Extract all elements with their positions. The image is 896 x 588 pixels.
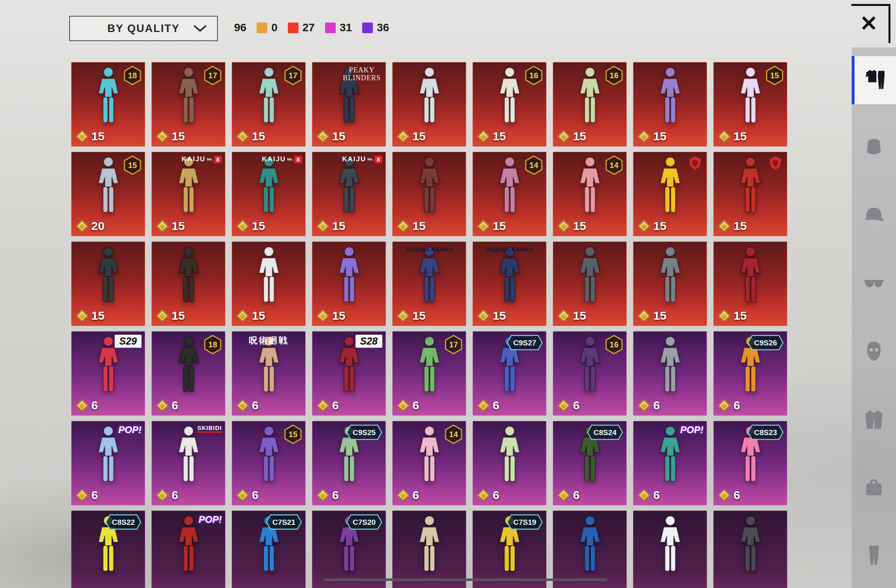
sidebar-tab-jacket[interactable] <box>852 396 896 444</box>
item-price: 15 <box>76 130 104 143</box>
item-character <box>573 66 607 138</box>
item-card[interactable]: C7S19 <box>473 511 546 588</box>
item-card[interactable]: Jujutsu Kaisen15 <box>392 241 466 326</box>
item-card[interactable]: 15 <box>633 241 707 326</box>
item-card[interactable]: Jujutsu Kaisen15 <box>473 241 546 326</box>
item-card[interactable]: SKIBIDI6 <box>151 421 225 505</box>
item-card[interactable]: 6 <box>633 331 707 416</box>
item-card[interactable]: S286 <box>312 331 386 416</box>
item-card[interactable]: 1715 <box>232 62 306 147</box>
item-card[interactable]: 176 <box>392 331 466 416</box>
item-character <box>171 66 206 138</box>
coin-icon <box>557 309 570 322</box>
rarity-count: 31 <box>340 21 352 34</box>
item-card[interactable]: 15 <box>392 152 466 236</box>
sidebar-tab-cap[interactable] <box>852 192 896 240</box>
coin-icon <box>477 220 490 233</box>
item-card[interactable]: 186 <box>151 331 225 416</box>
coin-icon <box>316 220 329 233</box>
item-card[interactable] <box>553 511 627 588</box>
coin-icon <box>397 489 410 502</box>
item-card[interactable]: 15 <box>633 152 707 236</box>
item-character <box>653 425 688 496</box>
sidebar-tab-pants[interactable] <box>852 532 896 580</box>
item-card[interactable]: C8S246 <box>553 421 627 505</box>
item-card[interactable]: 156 <box>232 421 306 505</box>
item-card[interactable]: 6 <box>473 421 546 505</box>
jujutsu-kaisen-logo: Jujutsu Kaisen <box>486 246 533 253</box>
item-card[interactable]: 呪術廻戦6 <box>232 331 306 416</box>
coin-icon <box>477 489 490 502</box>
item-card[interactable]: 1515 <box>713 62 787 147</box>
coin-icon <box>557 220 570 233</box>
item-character <box>91 246 126 317</box>
item-card[interactable]: C7S21 <box>232 511 306 588</box>
item-character <box>412 246 447 317</box>
item-card[interactable]: 1615 <box>553 62 627 147</box>
item-card[interactable]: C8S236 <box>713 421 787 505</box>
item-card[interactable]: C9S266 <box>713 331 787 416</box>
sidebar-tab-bag[interactable] <box>852 464 896 512</box>
item-card[interactable]: 1415 <box>553 152 627 236</box>
season-badge: S28 <box>355 335 382 348</box>
item-card[interactable]: 1520 <box>71 152 145 236</box>
svg-text:14: 14 <box>449 430 458 439</box>
quality-filter-dropdown[interactable]: BY QUALITY <box>69 16 218 41</box>
item-card[interactable]: C8S22 <box>71 511 145 588</box>
item-card[interactable]: 15 <box>633 62 707 147</box>
sidebar-tab-back[interactable] <box>852 124 896 172</box>
item-price: 15 <box>718 130 747 143</box>
item-card[interactable]: 15 <box>312 241 386 326</box>
item-price: 6 <box>718 488 740 502</box>
horizontal-scrollbar[interactable] <box>323 579 607 581</box>
coin-icon <box>557 399 570 412</box>
item-card[interactable]: 1815 <box>71 62 145 147</box>
item-card[interactable]: 1415 <box>473 152 546 236</box>
svg-text:16: 16 <box>610 340 618 349</box>
item-card[interactable]: 15 <box>713 241 787 326</box>
item-card[interactable]: PEAKY BLINDERS15 <box>312 62 386 147</box>
item-card[interactable]: 146 <box>392 421 466 505</box>
item-card[interactable]: C9S256 <box>312 421 386 505</box>
item-card[interactable]: 15 <box>392 62 466 147</box>
item-card[interactable] <box>713 511 787 588</box>
item-card[interactable]: KAIJUNo.815 <box>312 152 386 236</box>
svg-text:C7S21: C7S21 <box>272 518 296 526</box>
rarity-count-pair: 0 <box>257 21 278 34</box>
svg-text:14: 14 <box>529 161 539 170</box>
item-card[interactable]: KAIJUNo.815 <box>151 152 225 236</box>
season-badge: C8S24 <box>587 424 623 440</box>
item-character <box>492 425 527 496</box>
item-card[interactable]: 166 <box>553 331 627 416</box>
sidebar-tab-mask[interactable] <box>852 328 896 376</box>
item-card[interactable]: KAIJUNo.815 <box>232 152 306 236</box>
item-card[interactable]: 1715 <box>151 62 225 147</box>
rarity-count: 36 <box>377 21 389 34</box>
item-card[interactable]: S296 <box>71 331 145 416</box>
item-price: 15 <box>397 130 425 143</box>
item-card[interactable] <box>392 511 466 588</box>
coin-icon <box>637 489 650 502</box>
item-card[interactable]: POP! <box>151 511 225 588</box>
level-badge: 15 <box>766 66 784 85</box>
item-card[interactable]: POP!6 <box>633 421 707 505</box>
item-price: 15 <box>477 219 506 233</box>
item-card[interactable]: 15 <box>71 241 145 326</box>
item-price: 15 <box>637 309 666 322</box>
coin-icon <box>477 309 490 322</box>
item-card[interactable]: 15 <box>713 152 787 236</box>
sidebar-tab-glasses[interactable] <box>852 260 896 308</box>
item-card[interactable]: 15 <box>232 241 306 326</box>
sidebar-tab-outfit[interactable] <box>852 56 896 104</box>
item-card[interactable]: 15 <box>553 241 627 326</box>
coin-icon <box>156 399 169 412</box>
item-card[interactable]: C9S276 <box>473 331 546 416</box>
item-card[interactable]: 1615 <box>473 62 546 147</box>
item-card[interactable] <box>633 511 707 588</box>
svg-text:16: 16 <box>610 71 618 80</box>
coin-icon <box>557 130 570 143</box>
item-card[interactable]: POP!6 <box>71 421 145 505</box>
close-button[interactable]: ✕ <box>860 13 877 34</box>
item-card[interactable]: C7S20 <box>312 511 386 588</box>
item-card[interactable]: 15 <box>151 241 225 326</box>
